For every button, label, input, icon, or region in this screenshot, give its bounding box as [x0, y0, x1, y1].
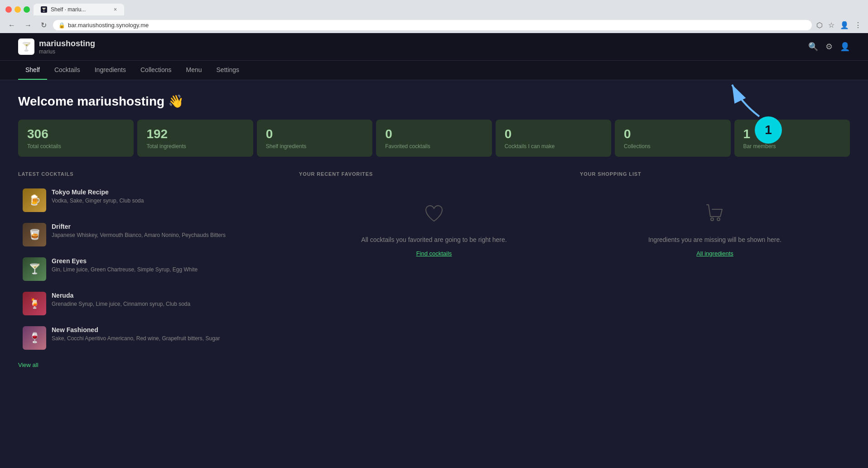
cocktail-item-drifter[interactable]: 🥃 Drifter Japanese Whiskey, Vermouth Bia… [18, 218, 288, 251]
nav-cocktails[interactable]: Cocktails [47, 61, 87, 80]
header-actions: 🔍 ⚙ 👤 [808, 42, 850, 52]
browser-tabs: 🍸 Shelf · mariu... × [34, 4, 124, 15]
cocktail-name-drifter: Drifter [52, 223, 284, 230]
stat-number-cocktails: 306 [27, 127, 125, 141]
address-bar[interactable]: 🔒 bar.mariushosting.synology.me [53, 20, 812, 30]
cocktail-item-green-eyes[interactable]: 🍸 Green Eyes Gin, Lime juice, Green Char… [18, 253, 288, 285]
cocktail-name-new-fashioned: New Fashioned [52, 326, 284, 333]
stat-can-make: 0 Cocktails I can make [496, 120, 611, 157]
cast-btn[interactable]: ⬡ [815, 20, 824, 30]
cocktail-thumb-neruda: 🍹 [23, 292, 46, 315]
cocktail-thumb-tokyo: 🍺 [23, 188, 46, 212]
view-all-link[interactable]: View all [18, 362, 39, 368]
settings-btn[interactable]: ⚙ [825, 42, 833, 52]
cocktail-thumb-new-fashioned: 🍷 [23, 326, 46, 350]
find-cocktails-link[interactable]: Find cocktails [416, 250, 452, 257]
cocktail-thumb-drifter: 🥃 [23, 223, 46, 246]
stat-shelf-ingredients: 0 Shelf ingredients [257, 120, 372, 157]
cocktail-info-new-fashioned: New Fashioned Sake, Cocchi Aperitivo Ame… [52, 326, 284, 343]
cocktail-name-tokyo: Tokyo Mule Recipe [52, 188, 284, 196]
nav-collections[interactable]: Collections [133, 61, 178, 80]
recent-favorites-empty: All cocktails you favorited are going to… [299, 184, 569, 275]
cocktail-emoji-tokyo: 🍺 [29, 194, 41, 206]
recent-favorites-title: YOUR RECENT FAVORITES [299, 171, 569, 177]
cocktail-emoji-neruda: 🍹 [29, 298, 41, 309]
stat-number-collections: 0 [624, 127, 721, 141]
cocktail-ingredients-new-fashioned: Sake, Cocchi Aperitivo Americano, Red wi… [52, 335, 284, 343]
cocktail-ingredients-tokyo: Vodka, Sake, Ginger syrup, Club soda [52, 197, 284, 205]
cocktail-name-neruda: Neruda [52, 292, 284, 299]
cocktail-info-tokyo: Tokyo Mule Recipe Vodka, Sake, Ginger sy… [52, 188, 284, 205]
stat-label-shelf: Shelf ingredients [266, 143, 363, 150]
shopping-list-title: YOUR SHOPPING LIST [580, 171, 850, 177]
cocktail-emoji-new-fashioned: 🍷 [29, 332, 41, 344]
welcome-heading: Welcome mariushosting 👋 [18, 94, 850, 109]
stat-number-favorited: 0 [385, 127, 482, 141]
tab-close-btn[interactable]: × [114, 6, 117, 13]
app-header: 🍸 mariushosting marius 🔍 ⚙ 👤 [0, 33, 868, 61]
extensions-btn[interactable]: ⋮ [854, 20, 863, 30]
content-grid: LATEST COCKTAILS 🍺 Tokyo Mule Recipe Vod… [18, 171, 850, 369]
browser-chrome: 🍸 Shelf · mariu... × ← → ↻ 🔒 bar.mariush… [0, 0, 868, 33]
cocktail-emoji-green-eyes: 🍸 [29, 263, 41, 275]
shopping-empty-icon [704, 202, 726, 228]
browser-tab-active[interactable]: 🍸 Shelf · mariu... × [34, 4, 124, 15]
cocktail-name-green-eyes: Green Eyes [52, 257, 284, 265]
stat-number-ingredients: 192 [146, 127, 244, 141]
bookmark-btn[interactable]: ☆ [827, 20, 835, 30]
stat-label-ingredients: Total ingredients [146, 143, 244, 150]
nav-settings[interactable]: Settings [209, 61, 247, 80]
nav-ingredients[interactable]: Ingredients [87, 61, 133, 80]
tab-favicon: 🍸 [41, 6, 47, 13]
tab-title: Shelf · mariu... [51, 6, 86, 13]
secure-icon: 🔒 [58, 22, 65, 29]
cocktail-item-neruda[interactable]: 🍹 Neruda Grenadine Syrup, Lime juice, Ci… [18, 287, 288, 320]
brand-name: mariushosting [39, 39, 95, 48]
stat-label-cocktails: Total cocktails [27, 143, 125, 150]
stat-total-cocktails: 306 Total cocktails [18, 120, 134, 157]
main-content: 1 Welcome mariushosting 👋 306 Total cock… [0, 80, 868, 468]
all-ingredients-link[interactable]: All ingredients [696, 250, 733, 257]
browser-back-btn[interactable]: ← [5, 20, 18, 30]
stat-label-members: Bar members [743, 143, 841, 150]
cocktail-item-new-fashioned[interactable]: 🍷 New Fashioned Sake, Cocchi Aperitivo A… [18, 322, 288, 354]
cocktail-emoji-drifter: 🥃 [29, 229, 41, 241]
cocktail-info-drifter: Drifter Japanese Whiskey, Vermouth Bianc… [52, 223, 284, 239]
stat-total-ingredients: 192 Total ingredients [137, 120, 253, 157]
stat-label-can-make: Cocktails I can make [505, 143, 602, 150]
browser-controls [5, 6, 30, 13]
stat-label-favorited: Favorited cocktails [385, 143, 482, 150]
nav-shelf[interactable]: Shelf [18, 61, 47, 80]
shopping-list-section: YOUR SHOPPING LIST Ingredients you are m… [580, 171, 850, 369]
logo-area: 🍸 mariushosting marius [18, 39, 95, 55]
brand-subtitle: marius [39, 48, 95, 55]
browser-close-btn[interactable] [5, 6, 12, 13]
cocktail-info-neruda: Neruda Grenadine Syrup, Lime juice, Cinn… [52, 292, 284, 308]
app-nav: Shelf Cocktails Ingredients Collections … [0, 61, 868, 80]
address-bar-row: ← → ↻ 🔒 bar.mariushosting.synology.me ⬡ … [5, 18, 863, 33]
browser-minimize-btn[interactable] [14, 6, 21, 13]
browser-reload-btn[interactable]: ↻ [38, 20, 49, 30]
svg-point-2 [717, 218, 720, 221]
browser-maximize-btn[interactable] [24, 6, 30, 13]
cocktail-ingredients-drifter: Japanese Whiskey, Vermouth Bianco, Amaro… [52, 232, 284, 239]
profile-btn[interactable]: 👤 [839, 20, 850, 30]
nav-menu[interactable]: Menu [178, 61, 209, 80]
browser-toolbar-actions: ⬡ ☆ 👤 ⋮ [815, 20, 863, 30]
browser-forward-btn[interactable]: → [22, 20, 34, 30]
cocktail-ingredients-green-eyes: Gin, Lime juice, Green Chartreuse, Simpl… [52, 266, 284, 274]
shopping-list-empty-text: Ingredients you are missing will be show… [648, 235, 781, 245]
logo-text-group: mariushosting marius [39, 39, 95, 55]
cocktail-ingredients-neruda: Grenadine Syrup, Lime juice, Cinnamon sy… [52, 300, 284, 308]
stat-number-can-make: 0 [505, 127, 602, 141]
svg-point-1 [711, 218, 714, 221]
stat-label-collections: Collections [624, 143, 721, 150]
search-btn[interactable]: 🔍 [808, 42, 818, 52]
cocktail-thumb-green-eyes: 🍸 [23, 257, 46, 281]
stats-grid: 306 Total cocktails 192 Total ingredient… [18, 120, 850, 157]
browser-top: 🍸 Shelf · mariu... × [5, 4, 863, 15]
stat-collections: 0 Collections [615, 120, 730, 157]
url-text: bar.mariushosting.synology.me [68, 22, 149, 29]
user-btn[interactable]: 👤 [840, 42, 850, 52]
cocktail-item-tokyo[interactable]: 🍺 Tokyo Mule Recipe Vodka, Sake, Ginger … [18, 184, 288, 217]
